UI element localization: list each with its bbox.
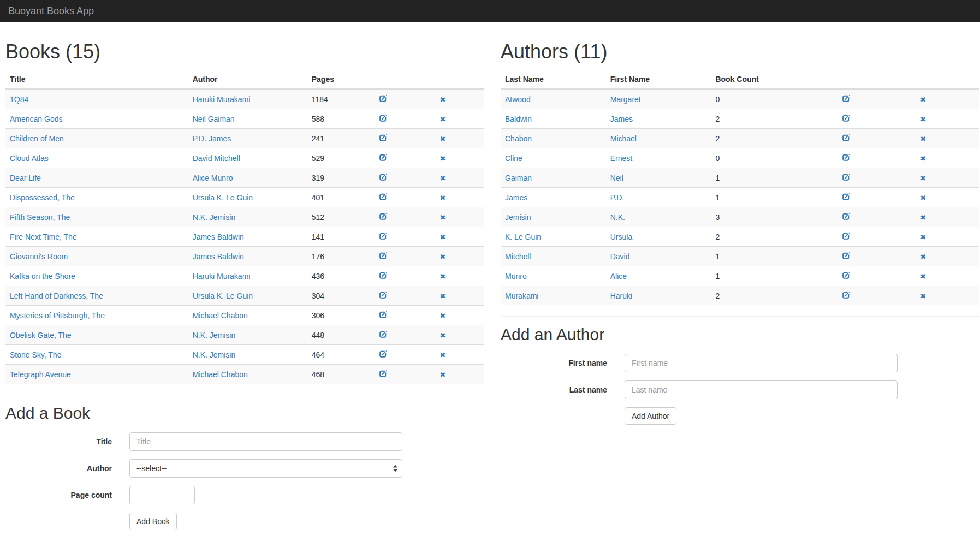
delete-book-icon[interactable]: ✖	[440, 272, 446, 281]
author-firstname-link[interactable]: Ursula	[610, 233, 632, 241]
edit-book-icon[interactable]	[379, 173, 387, 181]
edit-author-icon[interactable]	[842, 193, 850, 200]
delete-book-icon[interactable]: ✖	[440, 213, 446, 222]
book-author-link[interactable]: N.K. Jemisin	[193, 213, 236, 222]
edit-book-icon[interactable]	[379, 291, 387, 299]
book-author-link[interactable]: Haruki Murakami	[193, 95, 251, 104]
delete-book-icon[interactable]: ✖	[440, 253, 446, 261]
author-lastname-link[interactable]: Mitchell	[505, 252, 531, 261]
edit-author-icon[interactable]	[842, 94, 850, 102]
edit-author-icon[interactable]	[842, 173, 850, 181]
author-firstname-input[interactable]	[625, 354, 898, 372]
author-lastname-link[interactable]: Atwood	[505, 95, 531, 104]
book-title-link[interactable]: Dear Life	[10, 174, 41, 182]
author-firstname-link[interactable]: Alice	[610, 272, 627, 281]
book-title-link[interactable]: Fifth Season, The	[10, 213, 70, 222]
add-author-button[interactable]: Add Author	[625, 407, 676, 425]
author-lastname-link[interactable]: Chabon	[505, 134, 532, 143]
author-lastname-link[interactable]: Baldwin	[505, 115, 532, 123]
edit-book-icon[interactable]	[379, 252, 387, 259]
delete-book-icon[interactable]: ✖	[440, 312, 446, 320]
book-title-input[interactable]	[129, 432, 402, 451]
author-lastname-link[interactable]: Gaiman	[505, 174, 532, 182]
book-title-link[interactable]: Mysteries of Pittsburgh, The	[10, 311, 105, 320]
edit-book-icon[interactable]	[379, 311, 387, 318]
book-author-link[interactable]: James Baldwin	[193, 252, 244, 261]
edit-author-icon[interactable]	[842, 232, 850, 240]
book-author-link[interactable]: Neil Gaiman	[193, 115, 235, 123]
edit-author-icon[interactable]	[842, 153, 850, 161]
delete-book-icon[interactable]: ✖	[440, 115, 446, 123]
delete-book-icon[interactable]: ✖	[440, 351, 446, 359]
book-author-link[interactable]: Haruki Murakami	[193, 272, 251, 281]
delete-author-icon[interactable]: ✖	[920, 194, 926, 202]
book-title-link[interactable]: Telegraph Avenue	[10, 370, 71, 379]
author-lastname-link[interactable]: Cline	[505, 154, 522, 163]
edit-book-icon[interactable]	[379, 350, 387, 358]
book-author-link[interactable]: David Mitchell	[193, 154, 240, 163]
edit-author-icon[interactable]	[842, 252, 850, 259]
book-author-select[interactable]: --select--	[129, 459, 402, 478]
author-lastname-link[interactable]: James	[505, 193, 527, 202]
delete-author-icon[interactable]: ✖	[920, 96, 926, 104]
app-brand[interactable]: Buoyant Books App	[0, 0, 102, 22]
delete-book-icon[interactable]: ✖	[440, 135, 446, 143]
book-author-link[interactable]: Michael Chabon	[193, 311, 248, 320]
book-author-link[interactable]: James Baldwin	[193, 233, 244, 241]
edit-book-icon[interactable]	[379, 330, 387, 338]
book-title-link[interactable]: 1Q84	[10, 95, 28, 104]
author-lastname-input[interactable]	[625, 380, 898, 399]
edit-author-icon[interactable]	[842, 271, 850, 279]
book-author-link[interactable]: N.K. Jemisin	[193, 350, 236, 359]
delete-author-icon[interactable]: ✖	[920, 154, 926, 163]
edit-book-icon[interactable]	[379, 114, 387, 122]
author-firstname-link[interactable]: N.K.	[610, 213, 625, 222]
edit-book-icon[interactable]	[379, 153, 387, 161]
book-title-link[interactable]: Dispossessed, The	[10, 193, 75, 202]
book-author-link[interactable]: P.D. James	[193, 134, 231, 143]
edit-book-icon[interactable]	[379, 134, 387, 141]
book-title-link[interactable]: Kafka on the Shore	[10, 272, 75, 281]
book-title-link[interactable]: Giovanni's Room	[10, 252, 68, 261]
delete-author-icon[interactable]: ✖	[920, 174, 926, 182]
book-title-link[interactable]: American Gods	[10, 115, 62, 123]
book-author-link[interactable]: Ursula K. Le Guin	[193, 193, 253, 202]
book-title-link[interactable]: Stone Sky, The	[10, 350, 61, 359]
author-lastname-link[interactable]: Murakami	[505, 292, 538, 300]
author-firstname-link[interactable]: Haruki	[610, 292, 632, 300]
delete-book-icon[interactable]: ✖	[440, 292, 446, 300]
delete-author-icon[interactable]: ✖	[920, 272, 926, 281]
edit-author-icon[interactable]	[842, 291, 850, 299]
author-firstname-link[interactable]: David	[610, 252, 630, 261]
author-firstname-link[interactable]: Ernest	[610, 154, 632, 163]
edit-book-icon[interactable]	[379, 212, 387, 220]
delete-book-icon[interactable]: ✖	[440, 194, 446, 202]
delete-book-icon[interactable]: ✖	[440, 154, 446, 163]
delete-author-icon[interactable]: ✖	[920, 233, 926, 241]
edit-book-icon[interactable]	[379, 232, 387, 240]
book-author-link[interactable]: Ursula K. Le Guin	[193, 292, 253, 300]
delete-book-icon[interactable]: ✖	[440, 331, 446, 340]
book-title-link[interactable]: Fire Next Time, The	[10, 233, 77, 241]
edit-book-icon[interactable]	[379, 94, 387, 102]
delete-author-icon[interactable]: ✖	[920, 253, 926, 261]
author-firstname-link[interactable]: Neil	[610, 174, 623, 182]
author-lastname-link[interactable]: Munro	[505, 272, 527, 281]
edit-book-icon[interactable]	[379, 193, 387, 200]
edit-book-icon[interactable]	[379, 271, 387, 279]
book-title-link[interactable]: Children of Men	[10, 134, 64, 143]
author-firstname-link[interactable]: P.D.	[610, 193, 624, 202]
author-lastname-link[interactable]: K. Le Guin	[505, 233, 541, 241]
edit-author-icon[interactable]	[842, 212, 850, 220]
delete-author-icon[interactable]: ✖	[920, 292, 926, 300]
edit-author-icon[interactable]	[842, 114, 850, 122]
delete-book-icon[interactable]: ✖	[440, 371, 446, 379]
book-pagecount-input[interactable]	[129, 486, 195, 504]
edit-book-icon[interactable]	[379, 370, 387, 377]
book-author-link[interactable]: N.K. Jemisin	[193, 331, 236, 340]
delete-book-icon[interactable]: ✖	[440, 233, 446, 241]
delete-author-icon[interactable]: ✖	[920, 115, 926, 123]
book-title-link[interactable]: Obelisk Gate, The	[10, 331, 72, 340]
delete-author-icon[interactable]: ✖	[920, 135, 926, 143]
book-title-link[interactable]: Cloud Atlas	[10, 154, 49, 163]
